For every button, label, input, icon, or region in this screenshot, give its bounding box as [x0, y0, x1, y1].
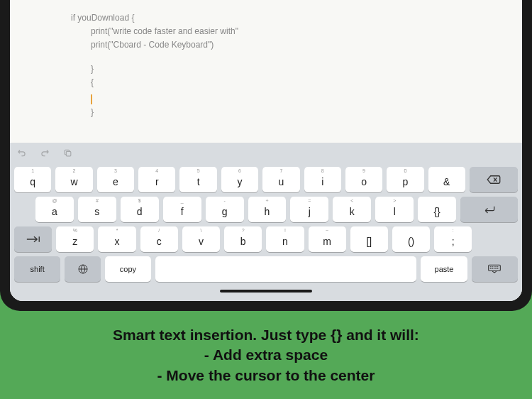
enter-key[interactable] — [460, 197, 518, 222]
screen: if youDownload { print("write code faste… — [10, 0, 522, 301]
key-r[interactable]: 4r — [138, 167, 175, 192]
promo-line: - Move the cursor to the center — [0, 366, 532, 386]
code-line: { — [71, 76, 522, 89]
keyboard-row-2: @a #s $d _f -g +h =j <k >l {} — [14, 197, 518, 222]
key-z[interactable]: %z — [56, 226, 94, 252]
key-v[interactable]: \v — [182, 226, 220, 252]
key-w[interactable]: 2w — [55, 167, 92, 192]
key-o[interactable]: 9o — [345, 167, 382, 192]
shift-key[interactable]: shift — [14, 256, 60, 282]
text-cursor — [91, 94, 92, 104]
keyboard: 1q 2w 3e 4r 5t 6y 7u 8i 9o 0p & @a #s $d… — [10, 163, 522, 301]
key-b[interactable]: ?b — [224, 226, 262, 252]
cursor-line — [71, 92, 522, 106]
key-c[interactable]: /c — [140, 226, 178, 252]
key-j[interactable]: =j — [290, 197, 328, 222]
code-line — [71, 53, 522, 62]
backspace-icon — [486, 175, 501, 185]
key-m[interactable]: ~m — [309, 226, 346, 252]
keyboard-icon — [487, 263, 501, 275]
space-key[interactable] — [155, 256, 416, 282]
backspace-key[interactable] — [470, 167, 518, 192]
undo-icon[interactable] — [17, 148, 27, 158]
key-amp[interactable]: & — [428, 167, 465, 192]
promo-line: Smart text insertion. Just type {} and i… — [0, 325, 532, 345]
key-y[interactable]: 6y — [221, 167, 258, 192]
key-brackets[interactable]: [] — [350, 226, 388, 252]
key-semicolon[interactable]: :; — [434, 226, 472, 252]
paste-key[interactable]: paste — [421, 256, 467, 282]
tab-icon — [26, 235, 41, 244]
copy-icon[interactable] — [62, 148, 72, 158]
key-s[interactable]: #s — [78, 197, 116, 222]
key-i[interactable]: 8i — [304, 167, 341, 192]
globe-icon — [77, 263, 89, 275]
device-frame: if youDownload { print("write code faste… — [0, 0, 532, 311]
redo-icon[interactable] — [40, 148, 50, 158]
key-g[interactable]: -g — [206, 197, 244, 222]
key-parens[interactable]: () — [392, 226, 430, 252]
key-f[interactable]: _f — [163, 197, 201, 222]
key-braces[interactable]: {} — [418, 197, 456, 222]
keyboard-row-3: %z *x /c \v ?b !n ~m [] () :; — [14, 226, 518, 252]
key-d[interactable]: $d — [121, 197, 159, 222]
key-t[interactable]: 5t — [179, 167, 216, 192]
keyboard-toolbar — [10, 143, 522, 163]
key-h[interactable]: +h — [248, 197, 287, 222]
tab-key[interactable] — [14, 226, 52, 252]
code-line: } — [71, 106, 522, 119]
key-q[interactable]: 1q — [14, 167, 51, 192]
code-line: } — [71, 62, 522, 76]
hide-keyboard-key[interactable] — [472, 256, 518, 282]
keyboard-row-1: 1q 2w 3e 4r 5t 6y 7u 8i 9o 0p & — [14, 167, 518, 192]
svg-rect-2 — [489, 265, 501, 270]
promo-text: Smart text insertion. Just type {} and i… — [0, 325, 532, 386]
promo-line: - Add extra space — [0, 345, 532, 365]
code-line: print("Cboard - Code Keyboard") — [71, 38, 522, 52]
copy-key[interactable]: copy — [105, 256, 151, 282]
svg-rect-0 — [66, 151, 71, 156]
key-a[interactable]: @a — [35, 197, 74, 222]
key-k[interactable]: <k — [333, 197, 371, 222]
key-u[interactable]: 7u — [262, 167, 299, 192]
key-p[interactable]: 0p — [387, 167, 423, 192]
home-indicator — [220, 290, 312, 293]
key-n[interactable]: !n — [266, 226, 304, 252]
code-line: if youDownload { — [71, 11, 522, 25]
code-line: print("write code faster and easier with… — [71, 25, 522, 38]
globe-key[interactable] — [65, 256, 100, 282]
key-x[interactable]: *x — [98, 226, 135, 252]
keyboard-row-4: shift copy paste — [14, 256, 518, 282]
key-e[interactable]: 3e — [97, 167, 134, 192]
key-l[interactable]: >l — [375, 197, 414, 222]
enter-icon — [482, 204, 497, 214]
code-editor[interactable]: if youDownload { print("write code faste… — [10, 0, 522, 143]
